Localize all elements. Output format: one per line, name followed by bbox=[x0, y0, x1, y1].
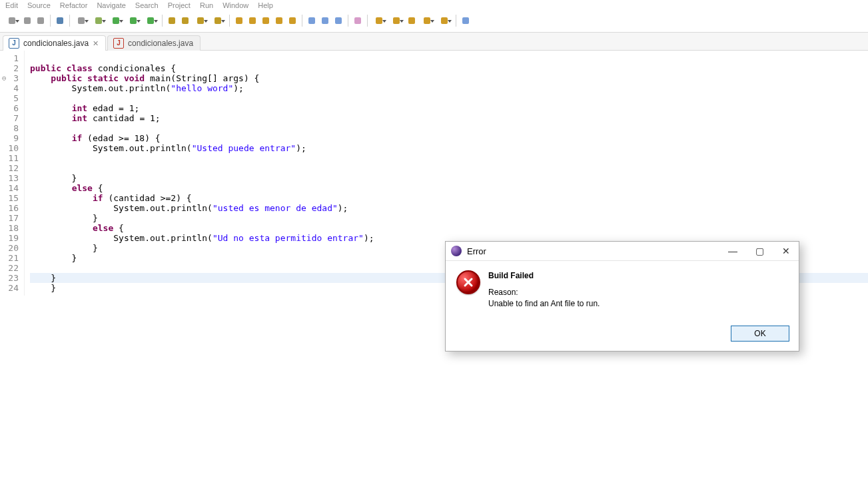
line-number: 14 bbox=[4, 183, 19, 193]
code-line[interactable]: if (edad >= 18) { bbox=[30, 133, 868, 143]
save-all-icon[interactable] bbox=[35, 15, 47, 27]
svg-rect-4 bbox=[78, 17, 85, 24]
code-line[interactable] bbox=[30, 153, 868, 163]
svg-rect-26 bbox=[441, 17, 448, 24]
show-whitespace-icon[interactable] bbox=[332, 15, 344, 27]
new-icon[interactable] bbox=[4, 15, 20, 27]
code-line[interactable] bbox=[30, 53, 868, 63]
code-line[interactable]: int edad = 1; bbox=[30, 103, 868, 113]
line-number: 15 bbox=[4, 193, 19, 203]
highlight-icon[interactable] bbox=[286, 15, 298, 27]
dialog-title: Error bbox=[467, 246, 486, 256]
line-number: 11 bbox=[4, 153, 19, 163]
line-number: 4 bbox=[4, 83, 19, 93]
code-line[interactable]: else { bbox=[30, 223, 868, 233]
editor-tab[interactable]: Jcondicionales.java✕ bbox=[3, 35, 106, 51]
code-line[interactable] bbox=[30, 93, 868, 103]
maximize-icon[interactable]: ▢ bbox=[752, 246, 767, 256]
forward-icon[interactable] bbox=[436, 15, 452, 27]
svg-rect-23 bbox=[393, 17, 400, 24]
code-line[interactable] bbox=[30, 123, 868, 133]
menu-help[interactable]: Help bbox=[258, 1, 273, 9]
code-line[interactable]: public static void main(String[] args) { bbox=[30, 73, 868, 83]
java-file-icon: J bbox=[9, 38, 19, 49]
new-java-class-icon[interactable] bbox=[166, 15, 178, 27]
toggle-breadcrumb-icon[interactable] bbox=[54, 15, 66, 27]
code-line[interactable]: if (cantidad >=2) { bbox=[30, 193, 868, 203]
tab-label: condicionales.java bbox=[23, 39, 89, 48]
search-icon[interactable] bbox=[260, 15, 272, 27]
menu-bar: EditSourceRefactorNavigateSearchProjectR… bbox=[0, 0, 868, 9]
menu-refactor[interactable]: Refactor bbox=[60, 1, 88, 9]
svg-rect-7 bbox=[130, 17, 137, 24]
toolbar-separator bbox=[162, 15, 163, 27]
code-line[interactable]: int cantidad = 1; bbox=[30, 113, 868, 123]
next-annotation-icon[interactable] bbox=[371, 15, 387, 27]
code-line[interactable]: } bbox=[30, 173, 868, 183]
toolbar-separator bbox=[456, 15, 456, 27]
editor-tab[interactable]: Jcondicionales.java bbox=[107, 35, 201, 51]
dialog-titlebar[interactable]: Error — ▢ ✕ bbox=[446, 242, 799, 261]
error-icon bbox=[456, 270, 480, 294]
line-number: 22 bbox=[4, 263, 19, 273]
minimize-icon[interactable]: — bbox=[725, 246, 740, 256]
svg-rect-15 bbox=[262, 17, 269, 24]
line-number: 9 bbox=[4, 133, 19, 143]
ok-button[interactable]: OK bbox=[731, 326, 789, 342]
code-line[interactable]: System.out.println("Usted puede entrar")… bbox=[30, 143, 868, 153]
code-line[interactable] bbox=[30, 163, 868, 173]
pin-editor-icon[interactable] bbox=[352, 15, 364, 27]
toggle-mark-icon[interactable] bbox=[306, 15, 318, 27]
edit-icon[interactable] bbox=[273, 15, 285, 27]
svg-rect-19 bbox=[322, 17, 328, 24]
open-task-list-icon[interactable] bbox=[246, 15, 258, 27]
line-number: 5 bbox=[4, 93, 19, 103]
svg-rect-22 bbox=[376, 17, 382, 24]
menu-run[interactable]: Run bbox=[200, 1, 213, 9]
menu-search[interactable]: Search bbox=[135, 1, 159, 9]
code-line[interactable]: else { bbox=[30, 183, 868, 193]
new-java-project-icon[interactable] bbox=[193, 15, 209, 27]
toolbar-separator bbox=[50, 15, 51, 27]
prev-annotation-icon[interactable] bbox=[388, 15, 404, 27]
svg-rect-20 bbox=[335, 17, 342, 24]
dialog-reason-text: Unable to find an Ant file to run. bbox=[488, 298, 600, 310]
java-file-icon: J bbox=[113, 38, 124, 49]
open-task-icon[interactable] bbox=[233, 15, 245, 27]
code-line[interactable]: public class condicionales { bbox=[30, 63, 868, 73]
svg-rect-18 bbox=[308, 17, 315, 24]
run-icon[interactable] bbox=[108, 15, 124, 27]
toolbar-separator bbox=[229, 15, 230, 27]
line-number: 16 bbox=[4, 203, 19, 213]
close-icon[interactable]: ✕ bbox=[779, 246, 793, 256]
menu-navigate[interactable]: Navigate bbox=[97, 1, 125, 9]
code-line[interactable]: } bbox=[30, 213, 868, 223]
svg-rect-10 bbox=[182, 17, 189, 24]
code-line[interactable]: System.out.println("hello word"); bbox=[30, 83, 868, 93]
line-number: 19 bbox=[4, 233, 19, 243]
skip-breakpoints-icon[interactable] bbox=[73, 15, 89, 27]
line-number: 18 bbox=[4, 223, 19, 233]
svg-rect-13 bbox=[236, 17, 242, 24]
menu-source[interactable]: Source bbox=[27, 1, 51, 9]
toolbar-separator bbox=[348, 15, 348, 27]
debug-icon[interactable] bbox=[91, 15, 107, 27]
open-perspective-icon[interactable] bbox=[460, 15, 472, 27]
run-last-icon[interactable] bbox=[143, 15, 159, 27]
menu-edit[interactable]: Edit bbox=[5, 1, 18, 9]
coverage-icon[interactable] bbox=[125, 15, 141, 27]
save-icon[interactable] bbox=[21, 15, 33, 27]
toggle-block-icon[interactable] bbox=[319, 15, 331, 27]
tab-close-icon[interactable]: ✕ bbox=[93, 39, 99, 48]
code-line[interactable]: System.out.println("usted es menor de ed… bbox=[30, 203, 868, 213]
back-icon[interactable] bbox=[419, 15, 435, 27]
line-number: 1 bbox=[4, 53, 19, 63]
menu-project[interactable]: Project bbox=[168, 1, 191, 9]
last-edit-icon[interactable] bbox=[406, 15, 418, 27]
line-number: 17 bbox=[4, 213, 19, 223]
line-number: 3 bbox=[4, 73, 19, 83]
new-package-icon[interactable] bbox=[179, 15, 191, 27]
open-type-icon[interactable] bbox=[210, 15, 226, 27]
svg-rect-11 bbox=[197, 17, 204, 24]
menu-window[interactable]: Window bbox=[222, 1, 248, 9]
